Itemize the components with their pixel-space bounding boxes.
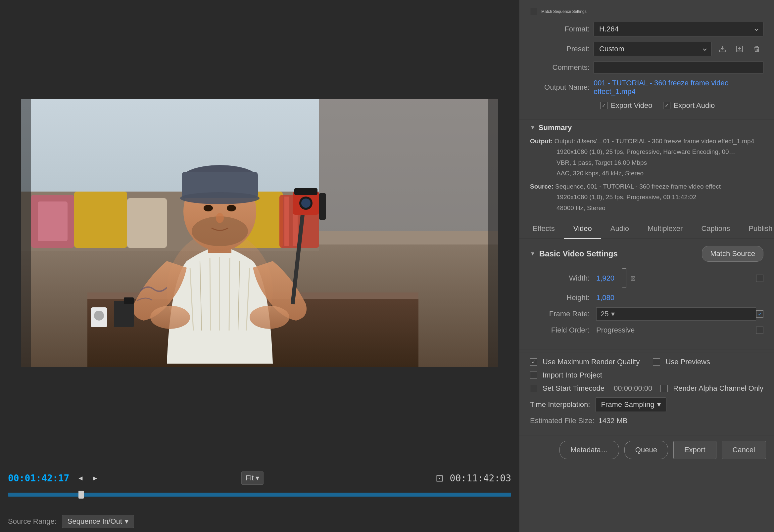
format-dropdown[interactable]: H.264 [594, 22, 763, 36]
output-line1-text: Output: /Users/…01 - TUTORIAL - 360 free… [555, 138, 754, 145]
divider [520, 349, 774, 349]
svg-rect-7 [74, 192, 127, 248]
import-preset-button[interactable] [733, 43, 746, 55]
rewind-button[interactable]: ◄ [76, 473, 85, 483]
progress-marker[interactable] [78, 491, 84, 499]
summary-section: ▼ Summary Output: Output: /Users/…01 - T… [520, 119, 774, 219]
tab-audio[interactable]: Audio [601, 219, 638, 239]
save-preset-button[interactable] [716, 43, 729, 55]
frame-rate-checkbox[interactable] [756, 310, 763, 318]
summary-output-line3: VBR, 1 pass, Target 16.00 Mbps [530, 157, 763, 168]
source-range-value: Sequence In/Out [68, 517, 122, 526]
set-start-timecode-checkbox[interactable] [530, 385, 537, 392]
start-timecode-row: Set Start Timecode 00:00:00:00 Render Al… [530, 384, 763, 393]
action-buttons: Metadata… Queue Export Cancel [520, 435, 774, 465]
summary-source-line1: Source: Sequence, 001 - TUTORIAL - 360 f… [530, 181, 763, 192]
tab-publish[interactable]: Publish [739, 219, 774, 239]
tab-effects[interactable]: Effects [524, 219, 564, 239]
export-button[interactable]: Export [673, 441, 716, 459]
svg-point-22 [204, 205, 213, 211]
field-order-value: Progressive [596, 326, 635, 334]
cancel-button[interactable]: Cancel [722, 441, 766, 459]
height-value[interactable]: 1,080 [596, 293, 615, 302]
metadata-button[interactable]: Metadata… [560, 441, 619, 459]
summary-source-line3: 48000 Hz, Stereo [530, 203, 763, 213]
tab-multiplexer[interactable]: Multiplexer [638, 219, 692, 239]
timecode-value: 00:00:00:00 [614, 384, 652, 393]
output-label: Output: [530, 138, 555, 145]
frame-rate-dropdown[interactable]: 25 ▾ [596, 307, 756, 321]
bracket-icon [622, 268, 626, 288]
svg-point-26 [250, 306, 289, 329]
section-title: Basic Video Settings [539, 249, 618, 258]
progress-bar[interactable] [8, 493, 511, 497]
summary-title: Summary [539, 123, 572, 132]
field-order-row: Field Order: Progressive [530, 326, 763, 334]
render-alpha-checkbox[interactable] [660, 385, 668, 392]
import-project-label: Import Into Project [543, 371, 602, 379]
forward-button[interactable]: ► [90, 473, 100, 483]
format-chevron-icon [754, 27, 758, 31]
width-label: Width: [530, 274, 596, 283]
tab-captions[interactable]: Captions [692, 219, 739, 239]
summary-output-line1: Output: Output: /Users/…01 - TUTORIAL - … [530, 136, 763, 147]
tabs-row: Effects Video Audio Multiplexer Captions… [520, 219, 774, 239]
svg-rect-39 [719, 50, 725, 52]
export-audio-label: Export Audio [674, 101, 715, 110]
height-label: Height: [530, 293, 596, 302]
summary-content: Output: Output: /Users/…01 - TUTORIAL - … [530, 136, 763, 213]
queue-button[interactable]: Queue [624, 441, 668, 459]
comments-input[interactable] [594, 62, 763, 73]
width-row: Width: 1,920 ⊠ [530, 268, 763, 288]
timecode-end: 00:11:42:03 [450, 473, 511, 484]
import-project-checkbox[interactable] [530, 372, 537, 379]
set-start-timecode-label: Set Start Timecode [543, 384, 605, 393]
render-alpha-label: Render Alpha Channel Only [673, 384, 763, 393]
field-order-label: Field Order: [530, 326, 596, 334]
use-max-render-checkbox[interactable] [530, 358, 537, 366]
match-sequence-checkbox[interactable] [530, 8, 537, 15]
summary-header[interactable]: ▼ Summary [530, 123, 763, 132]
preset-dropdown[interactable]: Custom [594, 42, 712, 56]
svg-point-20 [180, 192, 259, 204]
bottom-controls: 00:01:42:17 ◄ ► Fit ▾ ⊡ 00:11:42:03 Sour… [0, 466, 519, 532]
marker-icon[interactable]: ⊡ [436, 473, 443, 484]
width-checkbox[interactable] [756, 275, 763, 282]
svg-point-24 [216, 213, 224, 223]
export-audio-item: Export Audio [663, 101, 715, 110]
use-max-render-label: Use Maximum Render Quality [543, 358, 640, 366]
source-range-chevron-icon: ▾ [125, 517, 128, 526]
link-icon[interactable]: ⊠ [630, 274, 636, 282]
svg-rect-32 [319, 193, 326, 220]
output-name-row: Output Name: 001 - TUTORIAL - 360 freeze… [530, 79, 763, 96]
output-name-link[interactable]: 001 - TUTORIAL - 360 freeze frame video … [594, 79, 763, 96]
frame-rate-value: 25 [601, 310, 609, 318]
match-source-button[interactable]: Match Source [702, 246, 763, 262]
svg-point-36 [94, 311, 104, 321]
source-range-dropdown[interactable]: Sequence In/Out ▾ [62, 515, 134, 528]
fit-label: Fit [246, 474, 253, 482]
settings-section: Match Sequence Settings Format: H.264 Pr… [520, 0, 774, 119]
delete-preset-button[interactable] [750, 43, 763, 55]
svg-rect-8 [127, 198, 167, 248]
file-size-row: Estimated File Size: 1432 MB [530, 417, 763, 425]
comments-row: Comments: [530, 62, 763, 73]
height-row: Height: 1,080 [530, 293, 763, 302]
width-value[interactable]: 1,920 [596, 274, 615, 283]
field-order-checkbox[interactable] [756, 327, 763, 334]
tab-video[interactable]: Video [564, 219, 601, 239]
time-interpolation-label: Time Interpolation: [530, 400, 590, 409]
svg-rect-11 [284, 197, 289, 246]
use-previews-label: Use Previews [665, 358, 710, 366]
svg-point-25 [150, 306, 190, 329]
fit-chevron-icon: ▾ [255, 474, 259, 482]
export-video-checkbox[interactable] [600, 102, 608, 109]
time-interpolation-dropdown[interactable]: Frame Sampling ▾ [595, 397, 666, 412]
file-size-value: 1432 MB [598, 417, 627, 425]
fit-dropdown[interactable]: Fit ▾ [241, 471, 263, 485]
export-audio-checkbox[interactable] [663, 102, 670, 109]
use-previews-checkbox[interactable] [653, 358, 660, 366]
format-value: H.264 [599, 25, 619, 33]
time-interpolation-value: Frame Sampling [601, 400, 654, 409]
frame-rate-row: Frame Rate: 25 ▾ [530, 307, 763, 321]
